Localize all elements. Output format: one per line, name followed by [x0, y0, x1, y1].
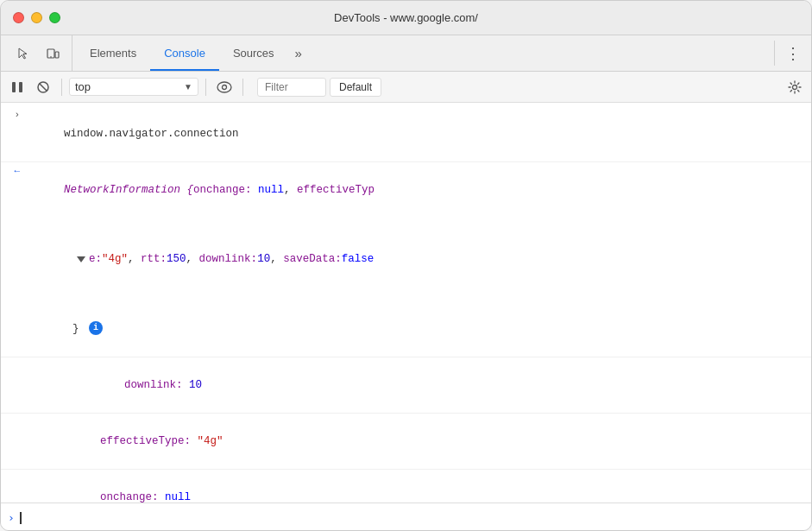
- clear-errors-icon[interactable]: [32, 76, 54, 98]
- toolbar-icons: [4, 35, 72, 71]
- svg-point-9: [793, 85, 797, 89]
- property-content-effectivetype: effectiveType: "4g": [25, 415, 808, 467]
- devtools-menu-button[interactable]: ⋮: [778, 35, 808, 71]
- output-content-1: NetworkInformation {onchange: null, effe…: [25, 164, 808, 355]
- console-output: › window.navigator.connection ← NetworkI…: [1, 103, 811, 503]
- more-tabs-button[interactable]: »: [288, 35, 309, 71]
- tab-elements[interactable]: Elements: [76, 35, 150, 71]
- svg-rect-4: [19, 82, 22, 92]
- info-badge[interactable]: i: [89, 321, 103, 335]
- eye-icon[interactable]: [213, 76, 236, 98]
- console-input-bar: ›: [1, 503, 811, 531]
- toolbar-tabs: Elements Console Sources »: [76, 35, 771, 71]
- window-controls: [13, 12, 60, 23]
- svg-point-7: [217, 82, 231, 92]
- filter-input[interactable]: [257, 78, 326, 97]
- console-output-line-1: ← NetworkInformation {onchange: null, ef…: [1, 162, 811, 357]
- execute-icon[interactable]: [6, 76, 28, 98]
- prompt-icon: ›: [8, 511, 15, 524]
- input-arrow-icon: ›: [14, 110, 20, 120]
- tab-console[interactable]: Console: [150, 35, 219, 71]
- svg-point-8: [223, 85, 227, 89]
- toolbar-divider-2: [205, 79, 206, 96]
- svg-rect-3: [12, 82, 16, 92]
- property-downlink: downlink: 10: [1, 357, 811, 414]
- toolbar-divider-1: [61, 79, 62, 96]
- property-effectivetype: effectiveType: "4g": [1, 414, 811, 470]
- input-gutter: ›: [1, 108, 25, 120]
- main-toolbar: Elements Console Sources » ⋮: [1, 35, 811, 72]
- input-cursor: [20, 512, 22, 524]
- context-label: top: [75, 80, 180, 93]
- window-title: DevTools - www.google.com/: [334, 11, 478, 24]
- context-selector[interactable]: top ▼: [69, 78, 198, 96]
- input-expression: window.navigator.connection: [25, 108, 808, 160]
- maximize-button[interactable]: [49, 12, 60, 23]
- property-content-onchange: onchange: null: [25, 471, 808, 503]
- titlebar: DevTools - www.google.com/: [1, 1, 811, 35]
- cursor-icon[interactable]: [11, 41, 35, 66]
- close-button[interactable]: [13, 12, 24, 23]
- toolbar-divider-3: [242, 79, 243, 96]
- filter-area: Default: [257, 78, 780, 97]
- output-arrow-icon: ←: [14, 166, 20, 176]
- console-input-line: › window.navigator.connection: [1, 106, 811, 162]
- property-gutter: [25, 359, 49, 361]
- chevron-down-icon: ▼: [184, 82, 192, 92]
- console-toolbar: top ▼ Default: [1, 72, 811, 103]
- svg-line-6: [40, 83, 47, 91]
- property-gutter-3: [1, 471, 25, 473]
- property-gutter-2: [1, 415, 25, 417]
- default-filter-button[interactable]: Default: [330, 78, 381, 97]
- device-icon[interactable]: [41, 41, 65, 66]
- toolbar-divider: [774, 41, 775, 66]
- svg-rect-1: [55, 52, 59, 58]
- property-onchange: onchange: null: [1, 470, 811, 503]
- minimize-button[interactable]: [31, 12, 42, 23]
- property-content-downlink: downlink: 10: [49, 359, 808, 411]
- expand-arrow-icon[interactable]: [77, 256, 85, 262]
- tab-sources[interactable]: Sources: [219, 35, 288, 71]
- settings-icon[interactable]: [784, 76, 806, 98]
- output-gutter: ←: [1, 164, 25, 176]
